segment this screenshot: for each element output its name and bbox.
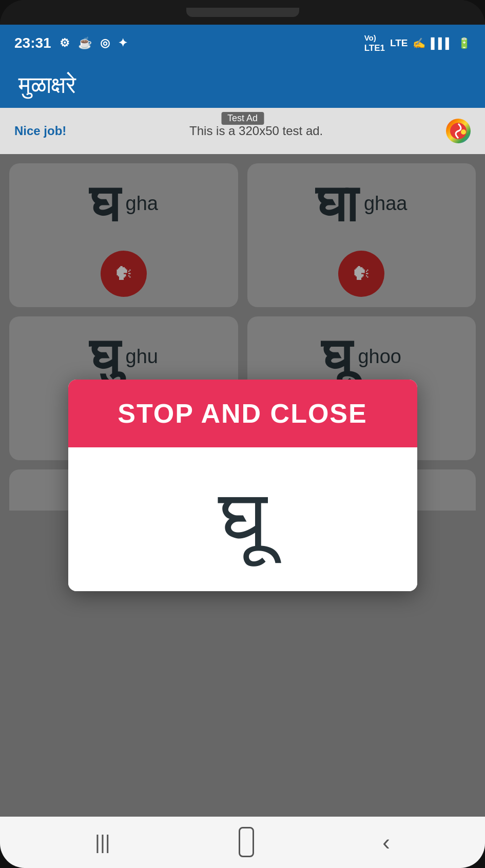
settings-icon: ⚙: [60, 36, 70, 50]
status-left: 23:31 ⚙ ☕ ◎ ✦: [14, 35, 127, 51]
svg-point-1: [461, 129, 466, 135]
nav-menu-button[interactable]: |||: [81, 825, 125, 860]
ad-label: Test Ad: [221, 112, 264, 125]
phone-notch: [186, 8, 299, 17]
app-title: मुळाक्षरे: [18, 71, 76, 99]
modal-card[interactable]: STOP AND CLOSE घू: [68, 380, 417, 591]
signal-bars-icon: ▌▌▌: [431, 37, 453, 49]
status-right: Vo)LTE1 LTE ✍ ▌▌▌ 🔋: [364, 33, 471, 53]
ad-icon: [446, 119, 471, 143]
modal-body: घू: [68, 447, 417, 591]
status-time: 23:31: [14, 35, 51, 51]
main-content: घ gha 🗣 घा ghaa 🗣 घु: [0, 154, 485, 817]
status-bar: 23:31 ⚙ ☕ ◎ ✦ Vo)LTE1 LTE ✍ ▌▌▌ 🔋: [0, 25, 485, 62]
whatsapp-icon: ☕: [78, 36, 92, 50]
location-icon: ◎: [100, 36, 110, 50]
modal-header[interactable]: STOP AND CLOSE: [68, 380, 417, 447]
nav-menu-icon: |||: [95, 832, 110, 853]
phone-frame: 23:31 ⚙ ☕ ◎ ✦ Vo)LTE1 LTE ✍ ▌▌▌ 🔋 मुळाक्…: [0, 0, 485, 868]
lte-badge: LTE: [390, 37, 408, 49]
nav-home-button[interactable]: [224, 823, 268, 861]
ad-banner: Test Ad Nice job! This is a 320x50 test …: [0, 108, 485, 154]
phone-top-bar: [0, 0, 485, 25]
nav-back-button[interactable]: ‹: [368, 823, 404, 861]
modal-overlay: STOP AND CLOSE घू: [0, 154, 485, 817]
nav-home-icon: [239, 827, 254, 857]
modal-title[interactable]: STOP AND CLOSE: [118, 399, 367, 428]
battery-icon: 🔋: [458, 37, 471, 49]
ad-nice-job: Nice job!: [14, 124, 66, 138]
nav-bar: ||| ‹: [0, 817, 485, 868]
app-toolbar: मुळाक्षरे: [0, 62, 485, 108]
ad-text: This is a 320x50 test ad.: [189, 124, 323, 138]
magic-icon: ✦: [118, 36, 127, 50]
signal-icon: ✍: [413, 37, 425, 49]
nav-back-icon: ‹: [382, 829, 390, 855]
network-badge: Vo)LTE1: [364, 33, 385, 53]
modal-char: घू: [219, 478, 267, 560]
